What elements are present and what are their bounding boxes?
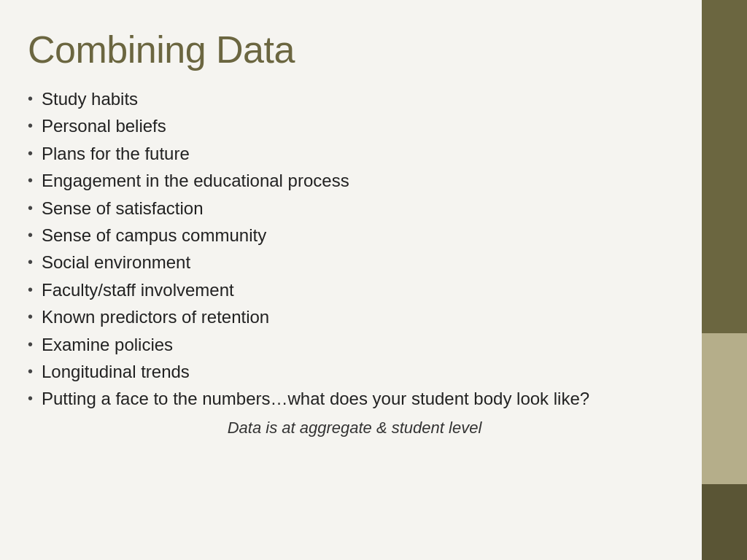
deco-dark-bar [702,0,747,333]
bullet-dot: • [28,144,33,163]
bullet-dot: • [28,335,33,354]
list-item: •Plans for the future [28,142,681,166]
list-item-text: Faculty/staff involvement [42,279,234,302]
list-item-text: Putting a face to the numbers…what does … [42,387,589,411]
bullet-dot: • [28,89,33,109]
list-item-text: Personal beliefs [42,114,166,138]
list-item-text: Sense of satisfaction [42,197,203,220]
list-item: •Engagement in the educational process [28,169,681,192]
slide-title: Combining Data [28,28,681,71]
list-item: •Putting a face to the numbers…what does… [28,387,681,411]
list-item-text: Study habits [42,88,138,111]
list-item: •Study habits [28,88,681,111]
decorative-sidebar [702,0,747,560]
list-item-text: Engagement in the educational process [42,169,349,192]
list-item: •Known predictors of retention [28,306,681,329]
list-item-text: Sense of campus community [42,224,266,247]
deco-darker-bar [702,484,747,560]
bullet-dot: • [28,280,33,300]
bullet-dot: • [28,225,33,245]
bullet-dot: • [28,307,33,327]
bullet-dot: • [28,116,33,136]
bullet-dot: • [28,171,33,190]
list-item: •Sense of campus community [28,224,681,247]
list-item: •Longitudinal trends [28,360,681,384]
bullet-dot: • [28,198,33,218]
list-item: •Personal beliefs [28,114,681,138]
list-item-text: Social environment [42,251,190,274]
slide: Combining Data •Study habits•Personal be… [0,0,747,560]
list-item-text: Known predictors of retention [42,306,269,329]
list-item: •Examine policies [28,333,681,357]
slide-content: Combining Data •Study habits•Personal be… [0,0,747,560]
deco-light-bar [702,333,747,485]
bullet-dot: • [28,362,33,381]
list-item: •Faculty/staff involvement [28,279,681,302]
list-item: •Social environment [28,251,681,274]
bullet-list: •Study habits•Personal beliefs•Plans for… [28,88,681,411]
list-item-text: Examine policies [42,333,173,357]
footnote: Data is at aggregate & student level [28,419,681,438]
list-item-text: Plans for the future [42,142,190,166]
bullet-dot: • [28,389,33,408]
list-item: •Sense of satisfaction [28,197,681,220]
list-item-text: Longitudinal trends [42,360,190,384]
bullet-dot: • [28,252,33,272]
